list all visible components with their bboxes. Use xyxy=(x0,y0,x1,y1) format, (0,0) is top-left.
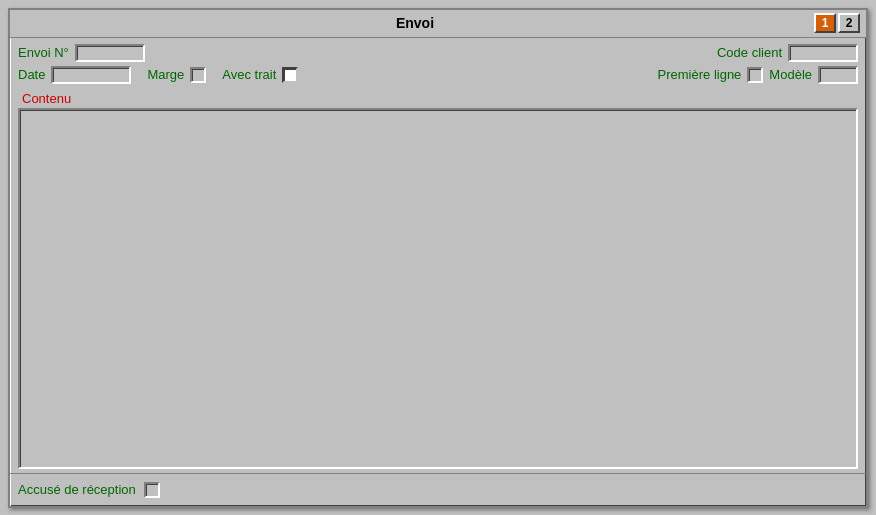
envoi-label: Envoi N° xyxy=(18,45,69,60)
title-bar-buttons: 1 2 xyxy=(814,13,860,33)
tab-button-1[interactable]: 1 xyxy=(814,13,836,33)
form-row-1: Envoi N° Code client xyxy=(18,44,858,62)
window-title: Envoi xyxy=(16,15,814,31)
envoi-input[interactable] xyxy=(75,44,145,62)
accuse-checkbox[interactable] xyxy=(144,482,160,498)
code-client-input[interactable] xyxy=(788,44,858,62)
code-client-label: Code client xyxy=(717,45,782,60)
date-label: Date xyxy=(18,67,45,82)
premiere-ligne-checkbox[interactable] xyxy=(747,67,763,83)
premiere-ligne-label: Première ligne xyxy=(658,67,742,82)
right-group-row2: Première ligne Modèle xyxy=(658,66,858,84)
title-bar: Envoi 1 2 xyxy=(10,10,866,38)
form-area: Envoi N° Code client Date Marge Avec tra… xyxy=(10,38,866,88)
modele-label: Modèle xyxy=(769,67,812,82)
date-input[interactable] xyxy=(51,66,131,84)
modele-input[interactable] xyxy=(818,66,858,84)
contenu-tab: Contenu xyxy=(18,90,858,108)
right-group-row1: Code client xyxy=(717,44,858,62)
main-window: Envoi 1 2 Envoi N° Code client Date Marg… xyxy=(8,8,868,508)
form-row-2: Date Marge Avec trait Première ligne Mod… xyxy=(18,66,858,84)
tab-button-2[interactable]: 2 xyxy=(838,13,860,33)
accuse-label: Accusé de réception xyxy=(18,482,136,497)
content-panel xyxy=(18,108,858,469)
marge-label: Marge xyxy=(147,67,184,82)
avec-trait-label: Avec trait xyxy=(222,67,276,82)
avec-trait-checkbox[interactable] xyxy=(282,67,298,83)
marge-checkbox[interactable] xyxy=(190,67,206,83)
bottom-bar: Accusé de réception xyxy=(10,473,866,506)
contenu-label: Contenu xyxy=(18,91,75,109)
